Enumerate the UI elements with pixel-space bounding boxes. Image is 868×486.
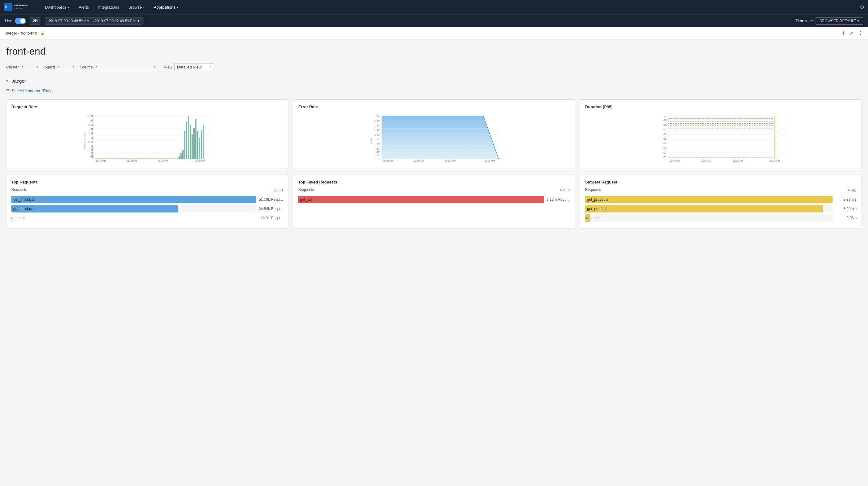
- svg-text:.08: .08: [662, 123, 666, 126]
- nav-applications[interactable]: Applications ▾: [150, 2, 183, 12]
- nav-browse[interactable]: Browse ▾: [124, 2, 149, 12]
- nav-items: Dashboards ▾ Alerts Integrations Browse …: [41, 2, 860, 12]
- time-range-picker[interactable]: 2019-07-09 10:48:59 AM to 2019-07-09 12:…: [45, 17, 144, 25]
- breadcrumb-bar: Jaeger - front-end 🔒 ⬆ ↗ ︙: [0, 27, 868, 39]
- svg-text:s: s: [657, 137, 660, 138]
- bar: [11, 205, 178, 213]
- timezone-section: Timezone BROWSER DEFAULT ▾: [796, 17, 863, 25]
- row-value: 34.84k Requ...: [259, 206, 283, 211]
- bar-wrapper: get_cart: [585, 214, 833, 222]
- timezone-button[interactable]: BROWSER DEFAULT ▾: [815, 17, 863, 25]
- row-label: get_cart: [586, 216, 600, 220]
- svg-rect-32: [188, 116, 189, 159]
- table-row: get_products 51.10k Requ...: [11, 196, 283, 203]
- row-label: get_cart: [11, 216, 25, 220]
- row-value: 2.12m Requ...: [547, 197, 570, 202]
- svg-text:.09: .09: [662, 119, 666, 122]
- svg-text:11:30 AM: 11:30 AM: [700, 159, 711, 162]
- nav-integrations[interactable]: Integrations: [94, 2, 123, 12]
- settings-icon[interactable]: ⚙: [860, 4, 864, 10]
- svg-rect-39: [201, 130, 202, 159]
- list-icon: ☰: [6, 89, 10, 93]
- shard-label: Shard: [44, 65, 55, 69]
- table-row: get_cart 2.12m Requ...: [298, 196, 570, 203]
- svg-text:.03: .03: [662, 147, 666, 150]
- share-icon[interactable]: ↗: [850, 30, 854, 36]
- view-select[interactable]: Detailed View Summary View: [174, 63, 214, 71]
- trace-link[interactable]: ☰ See All front-end Traces: [6, 89, 862, 93]
- svg-text:12:30 PM: 12:30 PM: [484, 159, 495, 162]
- row-label: get_product: [13, 206, 33, 211]
- chevron-down-icon: ▾: [857, 19, 859, 23]
- table-row: get_cart 12.01 Requ...: [11, 214, 283, 222]
- live-toggle-group: Live: [5, 18, 26, 24]
- svg-marker-59: [381, 116, 499, 159]
- svg-rect-25: [175, 159, 176, 159]
- svg-text:11:00 AM: 11:00 AM: [669, 159, 680, 162]
- svg-rect-34: [191, 134, 193, 159]
- svg-rect-27: [179, 156, 180, 159]
- time-2h-button[interactable]: 2H: [30, 17, 41, 25]
- svg-text:1.5k: 1.5k: [88, 148, 94, 151]
- error-rate-chart: Error Rate 2m 1.8m 1.6m 1.4m 1.2m 1m .8m…: [293, 99, 575, 168]
- svg-text:.2m: .2m: [376, 154, 380, 157]
- top-requests-header: Requests (sum): [11, 188, 283, 194]
- svg-text:.8m: .8m: [376, 142, 380, 145]
- breadcrumb: Jaeger - front-end 🔒: [5, 31, 45, 35]
- nav-alerts[interactable]: Alerts: [74, 2, 93, 12]
- svg-rect-28: [181, 153, 182, 159]
- section-title: Jaeger: [12, 78, 26, 84]
- svg-text:.6m: .6m: [376, 147, 380, 150]
- more-options-icon[interactable]: ︙: [858, 31, 863, 36]
- top-requests-table: Top Requests Requests (sum) get_products…: [6, 174, 288, 229]
- section-toggle[interactable]: ▾: [6, 79, 8, 83]
- view-filter: View Detailed View Summary View: [164, 63, 214, 71]
- svg-text:1.6m: 1.6m: [374, 124, 380, 127]
- source-filter: Source *: [80, 64, 156, 70]
- table-row: get_cart 0.05 s: [585, 214, 857, 222]
- row-label: get_cart: [300, 197, 313, 202]
- col-requests-label: Requests: [585, 188, 601, 192]
- chevron-down-icon: ▾: [6, 79, 8, 83]
- svg-text:1.2m: 1.2m: [374, 133, 380, 136]
- chevron-down-icon: ▾: [137, 19, 140, 23]
- bar: [585, 205, 823, 213]
- timezone-label: Timezone: [796, 19, 813, 23]
- chevron-down-icon: ▾: [68, 5, 69, 9]
- section-divider-line: [30, 81, 862, 81]
- svg-text:.07: .07: [662, 128, 666, 131]
- slowest-request-table: Slowest Request Requests (avg) get_produ…: [580, 174, 862, 229]
- bar: [298, 196, 544, 203]
- svg-text:12:30 PM: 12:30 PM: [770, 159, 780, 162]
- collapse-icon[interactable]: ⬆: [841, 30, 845, 36]
- top-failed-header: Requests (sum): [298, 188, 570, 194]
- top-navigation: W WAVEFRONT by vmware Dashboards ▾ Alert…: [0, 0, 868, 14]
- cluster-select[interactable]: *: [21, 64, 39, 70]
- row-value: 3.33m s: [835, 197, 857, 202]
- cluster-label: Cluster: [6, 65, 19, 69]
- col-sum-label: (sum): [560, 188, 570, 192]
- svg-text:.05: .05: [662, 137, 666, 140]
- bar: [585, 196, 833, 203]
- live-toggle-switch[interactable]: [15, 18, 26, 24]
- top-failed-title: Top Failed Requests: [298, 180, 570, 185]
- svg-text:4.5k: 4.5k: [88, 123, 94, 126]
- main-content: front-end Cluster * Shard * Source *: [0, 39, 868, 485]
- bar-wrapper: get_products: [585, 196, 833, 203]
- shard-select[interactable]: *: [57, 64, 75, 70]
- error-rate-title: Error Rate: [298, 104, 570, 109]
- source-select[interactable]: *: [95, 64, 156, 70]
- bar-wrapper: get_product: [11, 205, 256, 213]
- error-rate-svg: 2m 1.8m 1.6m 1.4m 1.2m 1m .8m .6m .4m .2…: [298, 113, 570, 162]
- svg-text:by vmware: by vmware: [13, 7, 22, 9]
- svg-rect-29: [182, 150, 184, 159]
- svg-text:5k: 5k: [90, 119, 93, 122]
- row-label: get_products: [13, 197, 35, 202]
- svg-rect-36: [195, 119, 196, 159]
- live-label: Live: [5, 19, 12, 23]
- bar-wrapper: get_cart: [298, 196, 544, 203]
- top-requests-title: Top Requests: [11, 180, 283, 185]
- nav-dashboards[interactable]: Dashboards ▾: [41, 2, 74, 12]
- tables-grid: Top Requests Requests (sum) get_products…: [6, 174, 862, 229]
- svg-text:0: 0: [379, 157, 380, 160]
